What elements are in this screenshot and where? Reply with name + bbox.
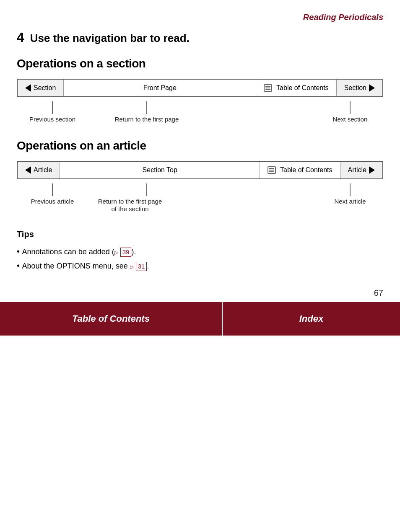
bottom-index-label: Index	[299, 313, 323, 324]
tips-heading: Tips	[17, 230, 383, 239]
article-center-label: Section Top	[143, 166, 177, 174]
article-next-button[interactable]: Article	[340, 162, 382, 178]
arrow-right-icon-article	[369, 166, 375, 174]
article-next-label: Article	[348, 166, 366, 174]
bottom-index-button[interactable]: Index	[223, 302, 400, 336]
arrow-left-icon-article	[25, 166, 31, 174]
next-section-annot: Next section	[333, 116, 368, 123]
center-article-annot-line2: of the section	[111, 205, 148, 212]
section-ops-block: Operations on a section Section Front Pa…	[17, 57, 383, 127]
bottom-toc-button[interactable]: Table of Contents	[0, 302, 223, 336]
article-section-top-button[interactable]: Section Top	[60, 162, 260, 178]
tip2-ref-link[interactable]: 31	[136, 262, 147, 271]
toc-icon	[264, 84, 272, 92]
arrow-right-icon	[369, 84, 375, 92]
tip-item-1: Annotations can be added (▷ 39).	[17, 244, 383, 258]
article-prev-button[interactable]: Article	[18, 162, 60, 178]
tip1-ref-link[interactable]: 39	[120, 248, 132, 257]
arrow-left-icon	[25, 84, 31, 92]
tip2-text-before: About the OPTIONS menu, see	[22, 262, 130, 270]
tips-block: Tips Annotations can be added (▷ 39). Ab…	[17, 230, 383, 273]
article-nav-bar: Article Section Top Table of Contents Ar…	[17, 161, 383, 179]
tip2-ref-icon: ▷	[130, 264, 134, 270]
next-article-annot: Next article	[334, 198, 366, 205]
page-number: 67	[374, 288, 383, 298]
step-heading: 4 Use the navigation bar to read.	[17, 30, 383, 45]
page-header-title: Reading Periodicals	[17, 13, 383, 22]
article-annotations-svg: Previous article Return to the first pag…	[17, 183, 383, 217]
bottom-toc-label: Table of Contents	[72, 313, 150, 324]
section-toc-button[interactable]: Table of Contents	[256, 80, 337, 96]
tip2-text-after: .	[147, 262, 149, 270]
article-toc-label: Table of Contents	[280, 166, 332, 174]
toc-icon-article	[268, 166, 276, 174]
section-toc-label: Table of Contents	[276, 84, 329, 92]
tips-list: Annotations can be added (▷ 39). About t…	[17, 244, 383, 273]
step-number: 4	[17, 30, 24, 45]
section-center-label: Front Page	[143, 84, 177, 92]
tip1-text-after: ).	[131, 248, 136, 256]
section-front-page-button[interactable]: Front Page	[64, 80, 256, 96]
tip1-text-before: Annotations can be added (	[22, 248, 114, 256]
article-prev-label: Article	[34, 166, 52, 174]
article-ops-block: Operations on an article Article Section…	[17, 139, 383, 217]
prev-section-annot: Previous section	[29, 116, 75, 123]
prev-article-annot: Previous article	[31, 198, 74, 205]
article-toc-button[interactable]: Table of Contents	[260, 162, 340, 178]
section-nav-bar: Section Front Page Table of Contents Sec…	[17, 79, 383, 97]
tip1-ref-icon: ▷	[114, 250, 118, 256]
section-prev-button[interactable]: Section	[18, 80, 64, 96]
section-annotations-svg: Previous section Return to the first pag…	[17, 101, 383, 127]
section-next-button[interactable]: Section	[337, 80, 382, 96]
bottom-nav: Table of Contents Index	[0, 302, 400, 336]
section-ops-heading: Operations on a section	[17, 57, 383, 70]
section-prev-label: Section	[34, 84, 56, 92]
tip-item-2: About the OPTIONS menu, see ▷ 31.	[17, 258, 383, 273]
step-text: Use the navigation bar to read.	[30, 32, 190, 45]
article-ops-heading: Operations on an article	[17, 139, 383, 152]
center-section-annot: Return to the first page	[115, 116, 179, 123]
center-article-annot-line1: Return to the first page	[98, 198, 162, 205]
section-next-label: Section	[344, 84, 366, 92]
